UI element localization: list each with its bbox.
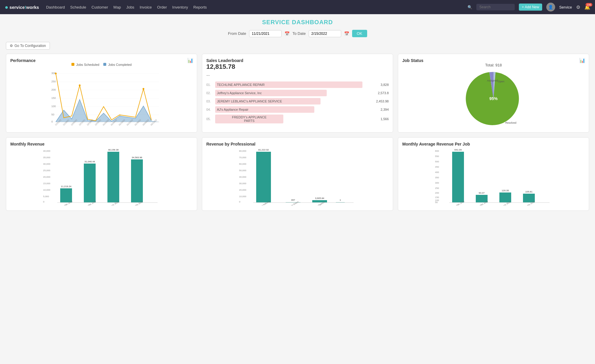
performance-export-icon[interactable]: 📊 (187, 58, 193, 63)
job-status-export-icon[interactable]: 📊 (579, 58, 585, 63)
pie-total: Total: 918 (402, 63, 585, 67)
svg-text:120.35: 120.35 (502, 189, 509, 192)
performance-card: Performance 📊 Jobs Scheduled Jobs Comple… (6, 54, 197, 133)
list-item: 03. JEREMY LEBLANC's APPLIANCE SERVICE 2… (206, 98, 389, 105)
svg-text:500: 500 (435, 160, 439, 163)
gear-icon[interactable]: ⚙ (576, 4, 580, 10)
svg-rect-50 (131, 159, 143, 203)
monthly-avg-title: Monthly Average Revenue Per Job (402, 142, 470, 146)
svg-text:40,000: 40,000 (43, 150, 50, 152)
svg-text:641.09: 641.09 (455, 148, 462, 151)
revenue-by-pro-title: Revenue by Professional (206, 142, 256, 146)
svg-text:150: 150 (51, 97, 56, 99)
svg-rect-44 (60, 188, 72, 203)
scheduled-dot (71, 63, 74, 66)
svg-text:30,000: 30,000 (239, 182, 246, 185)
svg-text:81,222.02: 81,222.02 (258, 148, 269, 151)
logo-text: service!works (9, 5, 39, 10)
svg-text:350: 350 (435, 176, 439, 179)
config-icon: ⚙ (10, 44, 13, 48)
svg-text:250: 250 (51, 80, 56, 83)
ok-button[interactable]: OK (352, 30, 367, 37)
svg-rect-48 (107, 152, 119, 203)
leaderboard-title: Sales Leaderboard (206, 58, 243, 63)
completed-dot (103, 63, 106, 66)
svg-text:400: 400 (435, 171, 439, 174)
svg-text:Open: Open (498, 80, 504, 83)
monthly-avg-card: Monthly Average Revenue Per Job 600 550 … (398, 137, 589, 211)
monthly-avg-svg: 600 550 500 450 400 350 300 250 200 150 … (402, 146, 585, 205)
svg-text:95%: 95% (489, 96, 498, 101)
leaderboard-card: Sales Leaderboard 12,815.78 -- 01. TECHL… (202, 54, 393, 133)
svg-text:11,219.24: 11,219.24 (61, 185, 71, 188)
avatar: 👤 (546, 3, 555, 12)
svg-text:34,583.96: 34,583.96 (132, 156, 142, 159)
svg-text:60,000: 60,000 (239, 163, 246, 165)
config-button[interactable]: ⚙ Go To Configuration (6, 42, 50, 50)
svg-text:1: 1 (340, 199, 341, 201)
nav-order[interactable]: Order (157, 5, 167, 9)
list-item: 05. FREDDY's APPLIANCE PARTS 1,566 (206, 115, 389, 123)
nav-reports[interactable]: Reports (193, 5, 207, 9)
svg-point-17 (143, 88, 144, 90)
nav-schedule[interactable]: Schedule (70, 5, 86, 9)
svg-text:105.81: 105.81 (525, 190, 533, 193)
legend-scheduled: Jobs Scheduled (71, 63, 99, 66)
leaderboard-total: 12,815.78 (206, 63, 389, 71)
nav-dashboard[interactable]: Dashboard (46, 5, 65, 9)
nav-customer[interactable]: Customer (91, 5, 108, 9)
svg-text:25,000: 25,000 (43, 169, 50, 172)
svg-text:Assigned: Assigned (487, 79, 498, 82)
from-date-input[interactable] (249, 30, 282, 37)
svg-text:100: 100 (51, 105, 56, 108)
svg-rect-66 (256, 152, 271, 203)
search-input[interactable] (476, 4, 515, 10)
from-date-label: From Date (228, 31, 246, 36)
svg-text:10,000: 10,000 (239, 195, 246, 198)
svg-text:Johnny Green: Johnny Green (287, 201, 299, 205)
monthly-revenue-card: Monthly Revenue 40,000 35,000 30,000 25,… (6, 137, 197, 211)
add-new-button[interactable]: + Add New (519, 4, 542, 11)
revenue-by-pro-card: Revenue by Professional 80,000 70,000 60… (202, 137, 393, 211)
bottom-cards-row: Monthly Revenue 40,000 35,000 30,000 25,… (6, 137, 589, 211)
job-status-card: Job Status 📊 Total: 918 95% Open Assigne… (398, 54, 589, 133)
performance-title: Performance (10, 58, 36, 63)
config-label: Go To Configuration (14, 44, 46, 48)
svg-text:Resolved: Resolved (505, 121, 516, 124)
svg-text:550: 550 (435, 155, 439, 158)
nav-invoice[interactable]: Invoice (140, 5, 152, 9)
pie-chart-svg: 95% Open Assigned Resolved (461, 69, 526, 128)
page-title: SERVICE DASHBOARD (6, 19, 589, 26)
to-date-input[interactable] (309, 30, 341, 37)
svg-text:10,000: 10,000 (43, 189, 50, 191)
notifications-bell[interactable]: 🔔196 (584, 4, 590, 10)
svg-text:80,000: 80,000 (239, 150, 246, 152)
svg-text:40,000: 40,000 (239, 176, 246, 178)
nav-inventory[interactable]: Inventory (172, 5, 188, 9)
svg-text:20,000: 20,000 (43, 176, 50, 178)
list-item: 01. TECHLINE APPLIANCE REPAIR 3,828 (206, 81, 389, 88)
svg-text:93.37: 93.37 (479, 192, 485, 194)
nav-right: 🔍 + Add New 👤 Service ⚙ 🔔196 (468, 3, 590, 12)
svg-text:50: 50 (435, 201, 438, 204)
nav-jobs[interactable]: Jobs (126, 5, 134, 9)
navbar: ● service!works Dashboard Schedule Custo… (0, 0, 595, 14)
svg-point-16 (79, 84, 81, 86)
user-name: Service (559, 5, 572, 9)
from-calendar-icon[interactable]: 📅 (285, 31, 290, 36)
svg-text:600: 600 (435, 150, 439, 152)
svg-text:250: 250 (435, 187, 439, 190)
svg-text:450: 450 (435, 166, 439, 168)
list-item: 02. Jeffrey's Appliance Service, Inc 2,5… (206, 90, 389, 96)
svg-text:30,000: 30,000 (43, 163, 50, 165)
svg-point-15 (55, 73, 57, 74)
svg-rect-46 (84, 164, 96, 203)
revenue-by-pro-svg: 80,000 70,000 60,000 50,000 40,000 30,00… (206, 146, 389, 205)
main-content: SERVICE DASHBOARD From Date 📅 To Date 📅 … (0, 14, 595, 220)
list-item: 04. AJ's Appliance Repair 2,394 (206, 106, 389, 113)
performance-legend: Jobs Scheduled Jobs Completed (10, 63, 193, 66)
nav-map[interactable]: Map (113, 5, 121, 9)
to-calendar-icon[interactable]: 📅 (344, 31, 349, 36)
svg-text:397: 397 (291, 199, 295, 201)
svg-text:5,000: 5,000 (43, 195, 49, 198)
